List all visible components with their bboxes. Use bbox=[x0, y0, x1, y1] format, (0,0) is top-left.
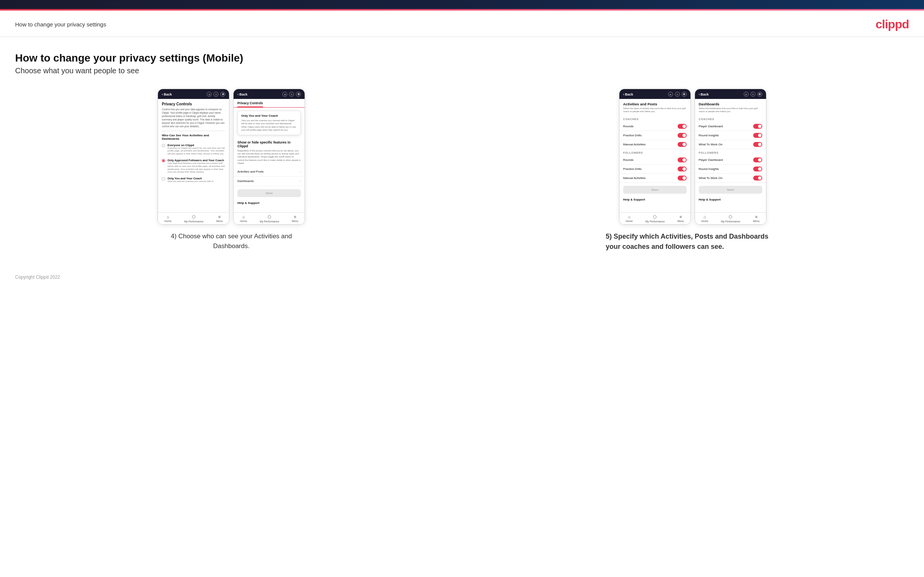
settings-icon-3[interactable]: ⚙ bbox=[682, 92, 687, 97]
search-icon-2[interactable]: ⌕ bbox=[282, 92, 287, 97]
settings-icon[interactable]: ⚙ bbox=[220, 92, 225, 97]
search-icon-3[interactable]: ⌕ bbox=[668, 92, 673, 97]
phone-2-back[interactable]: ‹ Back bbox=[237, 92, 247, 96]
coaches-label-4: COACHES bbox=[695, 116, 766, 122]
toggle-drills-followers-switch[interactable] bbox=[678, 166, 687, 171]
footer-menu[interactable]: ≡ Menu bbox=[216, 214, 223, 223]
footer-home-2[interactable]: ⌂ Home bbox=[240, 214, 247, 223]
people-icon[interactable]: ☺ bbox=[213, 92, 218, 97]
toggle-roundinsights-followers-switch[interactable] bbox=[753, 166, 762, 171]
settings-icon-4[interactable]: ⚙ bbox=[758, 92, 762, 97]
toggle-manual-coaches-switch[interactable] bbox=[678, 142, 687, 147]
phone-1-body: Privacy Controls Control how you and you… bbox=[158, 99, 229, 212]
back-chevron-icon: ‹ bbox=[162, 92, 163, 96]
help-support-3: Help & Support bbox=[619, 196, 690, 202]
radio-everyone-text: Everyone on Clippd Everyone on Clippd ca… bbox=[167, 143, 225, 156]
show-hide-title: Show or hide specific features in Clippd bbox=[234, 138, 305, 149]
people-icon-2[interactable]: ☺ bbox=[289, 92, 294, 97]
mockup-phones-2: ‹ Back ⌕ ☺ ⚙ Activities and Posts Select… bbox=[619, 89, 766, 225]
toggle-playerdash-coaches-switch[interactable] bbox=[753, 124, 762, 129]
radio-onlyyou[interactable] bbox=[162, 177, 165, 181]
footer-menu-label: Menu bbox=[216, 220, 223, 222]
toggle-rounds-coaches: Rounds bbox=[619, 122, 690, 131]
toggle-manual-coaches: Manual Activities bbox=[619, 140, 690, 149]
footer-home[interactable]: ⌂ Home bbox=[165, 214, 171, 223]
popup-body: Only you and the coaches you connect wit… bbox=[241, 119, 297, 132]
top-bar bbox=[0, 0, 924, 11]
people-icon-3[interactable]: ☺ bbox=[675, 92, 680, 97]
phone-4: ‹ Back ⌕ ☺ ⚙ Dashboards Select the dashb… bbox=[695, 89, 766, 225]
toggle-manual-followers-switch[interactable] bbox=[678, 176, 687, 181]
phone-1-back[interactable]: ‹ Back bbox=[162, 92, 172, 96]
mockups-row: ‹ Back ⌕ ☺ ⚙ Privacy Controls Control ho… bbox=[15, 89, 909, 252]
menu-dashboards[interactable]: Dashboards › bbox=[234, 177, 305, 186]
footer-menu-label-2: Menu bbox=[292, 220, 299, 222]
toggle-roundinsights-coaches: Round Insights bbox=[695, 131, 766, 140]
footer-performance[interactable]: ⬡ My Performance bbox=[184, 214, 203, 223]
back-chevron-icon-3: ‹ bbox=[623, 92, 624, 96]
page-title: How to change your privacy settings (Mob… bbox=[15, 52, 909, 64]
footer-menu-4[interactable]: ≡ Menu bbox=[753, 214, 759, 223]
settings-icon-2[interactable]: ⚙ bbox=[296, 92, 301, 97]
phone-1-icons: ⌕ ☺ ⚙ bbox=[207, 92, 225, 97]
toggle-whattowork-coaches-switch[interactable] bbox=[753, 142, 762, 147]
menu-icon: ≡ bbox=[218, 214, 221, 219]
footer-menu-label-3: Menu bbox=[677, 220, 684, 222]
search-icon-4[interactable]: ⌕ bbox=[744, 92, 749, 97]
coaches-label: COACHES bbox=[619, 116, 690, 122]
footer-menu-2[interactable]: ≡ Menu bbox=[292, 214, 299, 223]
footer-performance-label-3: My Performance bbox=[646, 220, 665, 223]
phone-3-body: Activities and Posts Select the types of… bbox=[619, 99, 690, 212]
save-btn-4[interactable]: Save bbox=[699, 186, 762, 194]
save-btn-2[interactable]: Save bbox=[237, 189, 301, 197]
privacy-controls-title: Privacy Controls bbox=[158, 99, 229, 108]
toggle-rounds-coaches-switch[interactable] bbox=[678, 124, 687, 129]
people-icon-4[interactable]: ☺ bbox=[751, 92, 756, 97]
save-btn-3[interactable]: Save bbox=[623, 186, 687, 194]
toggle-playerdash-followers-switch[interactable] bbox=[753, 158, 762, 162]
footer-home-3[interactable]: ⌂ Home bbox=[625, 214, 633, 223]
phone-4-back[interactable]: ‹ Back bbox=[699, 92, 709, 96]
footer-home-4[interactable]: ⌂ Home bbox=[701, 214, 708, 223]
toggle-drills-coaches-switch[interactable] bbox=[678, 133, 687, 138]
mockup-group-2: ‹ Back ⌕ ☺ ⚙ Activities and Posts Select… bbox=[477, 89, 909, 252]
radio-approved-text: Only Approved Followers and Your Coach O… bbox=[167, 159, 225, 174]
footer-performance-2[interactable]: ⬡ My Performance bbox=[260, 214, 279, 223]
radio-approved-dot bbox=[163, 160, 165, 162]
tab-bar: Privacy Controls bbox=[234, 99, 305, 108]
footer-performance-label: My Performance bbox=[184, 220, 203, 223]
privacy-controls-tab[interactable]: Privacy Controls bbox=[237, 101, 263, 107]
footer-menu-3[interactable]: ≡ Menu bbox=[677, 214, 684, 223]
menu-icon-4: ≡ bbox=[755, 214, 758, 219]
radio-everyone[interactable] bbox=[162, 144, 165, 147]
toggle-rounds-followers-switch[interactable] bbox=[678, 158, 687, 162]
phone-4-header: ‹ Back ⌕ ☺ ⚙ bbox=[695, 89, 766, 99]
radio-option-everyone[interactable]: Everyone on Clippd Everyone on Clippd ca… bbox=[158, 142, 229, 157]
footer-performance-4[interactable]: ⬡ My Performance bbox=[721, 214, 740, 223]
search-icon[interactable]: ⌕ bbox=[207, 92, 212, 97]
phone-1-header: ‹ Back ⌕ ☺ ⚙ bbox=[158, 89, 229, 99]
toggle-roundinsights-coaches-switch[interactable] bbox=[753, 133, 762, 138]
phone-4-footer: ⌂ Home ⬡ My Performance ≡ Menu bbox=[695, 212, 766, 224]
radio-approved[interactable] bbox=[162, 159, 165, 162]
phone-2-header: ‹ Back ⌕ ☺ ⚙ bbox=[234, 89, 305, 99]
home-icon-3: ⌂ bbox=[628, 214, 631, 219]
toggle-playerdash-coaches: Player Dashboard bbox=[695, 122, 766, 131]
phone-3-back[interactable]: ‹ Back bbox=[623, 92, 633, 96]
phone-3: ‹ Back ⌕ ☺ ⚙ Activities and Posts Select… bbox=[619, 89, 691, 225]
toggle-rounds-followers: Rounds bbox=[619, 156, 690, 164]
header: How to change your privacy settings clip… bbox=[0, 11, 924, 37]
footer-home-label: Home bbox=[165, 220, 171, 222]
radio-option-approved[interactable]: Only Approved Followers and Your Coach O… bbox=[158, 157, 229, 175]
followers-label: FOLLOWERS bbox=[619, 149, 690, 156]
mockup-group-1: ‹ Back ⌕ ☺ ⚙ Privacy Controls Control ho… bbox=[15, 89, 448, 251]
toggle-whattowork-followers-switch[interactable] bbox=[753, 176, 762, 181]
dash-title: Dashboards bbox=[695, 99, 766, 107]
copyright: Copyright Clippd 2022 bbox=[15, 274, 60, 280]
phone-3-footer: ⌂ Home ⬡ My Performance ≡ Menu bbox=[619, 212, 690, 224]
menu-activities[interactable]: Activities and Posts › bbox=[234, 167, 305, 177]
phone-2-footer: ⌂ Home ⬡ My Performance ≡ Menu bbox=[234, 212, 305, 224]
radio-option-onlyyou[interactable]: Only You and Your Coach Only you and the… bbox=[158, 175, 229, 185]
home-icon-2: ⌂ bbox=[242, 214, 245, 219]
footer-performance-3[interactable]: ⬡ My Performance bbox=[646, 214, 665, 223]
